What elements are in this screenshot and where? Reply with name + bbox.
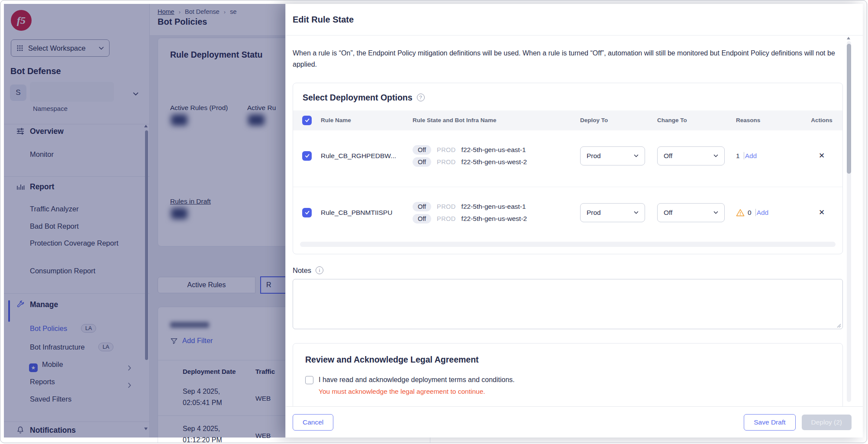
rule-state-pill: Off bbox=[413, 202, 431, 211]
acknowledge-label: I have read and acknowledge deployment t… bbox=[319, 376, 515, 384]
help-icon[interactable]: ? bbox=[417, 94, 425, 101]
chevron-down-icon bbox=[713, 154, 718, 157]
row-checkbox[interactable] bbox=[302, 151, 312, 161]
deploy-button[interactable]: Deploy (2) bbox=[802, 415, 852, 430]
rule-state-pill: Off bbox=[413, 214, 431, 224]
chevron-down-icon bbox=[634, 211, 639, 214]
info-icon[interactable]: i bbox=[316, 266, 323, 274]
env-label: PROD bbox=[437, 203, 456, 210]
column-header-change-to: Change To bbox=[657, 117, 736, 123]
env-label: PROD bbox=[437, 215, 456, 222]
acknowledge-checkbox[interactable] bbox=[305, 376, 313, 384]
infra-line: Off PROD f22-5th-gen-us-west-2 bbox=[413, 157, 580, 167]
rule-row: Rule_CB_PBNMTIISPU Off PROD f22-5th-gen-… bbox=[293, 187, 842, 238]
add-reason-link[interactable]: Add bbox=[745, 152, 757, 160]
rule-row: Rule_CB_RGHPEDBW... Off PROD f22-5th-gen… bbox=[293, 130, 842, 187]
infra-line: Off PROD f22-5th-gen-us-east-1 bbox=[413, 202, 580, 211]
env-label: PROD bbox=[437, 146, 456, 153]
drawer-scrollbar[interactable] bbox=[847, 41, 851, 402]
cancel-button[interactable]: Cancel bbox=[293, 414, 333, 431]
add-reason-link[interactable]: Add bbox=[757, 209, 769, 217]
column-header-rule-state: Rule State and Bot Infra Name bbox=[413, 117, 580, 123]
drawer-description: When a rule is “On”, the Endpoint Policy… bbox=[293, 48, 843, 71]
change-to-select[interactable]: Off bbox=[657, 203, 725, 222]
row-checkbox[interactable] bbox=[302, 208, 312, 217]
rule-name: Rule_CB_RGHPEDBW... bbox=[321, 152, 413, 160]
modal-dim-overlay bbox=[4, 4, 285, 438]
drawer-header: Edit Rule State bbox=[286, 4, 863, 36]
drawer-body: When a rule is “On”, the Endpoint Policy… bbox=[286, 36, 863, 406]
rule-state-pill: Off bbox=[413, 145, 431, 155]
deployment-options-title: Select Deployment Options bbox=[303, 93, 413, 103]
rule-state-pill: Off bbox=[413, 157, 431, 167]
save-draft-button[interactable]: Save Draft bbox=[744, 414, 795, 431]
infra-name: f22-5th-gen-us-east-1 bbox=[461, 146, 526, 154]
column-header-reasons: Reasons bbox=[736, 117, 801, 123]
infra-line: Off PROD f22-5th-gen-us-west-2 bbox=[413, 214, 580, 224]
change-to-select[interactable]: Off bbox=[657, 146, 725, 165]
column-header-actions: Actions bbox=[801, 117, 842, 123]
scrollbar-up-arrow[interactable] bbox=[847, 37, 850, 39]
drawer-title: Edit Rule State bbox=[293, 15, 354, 25]
infra-name: f22-5th-gen-us-west-2 bbox=[461, 158, 527, 166]
infra-line: Off PROD f22-5th-gen-us-east-1 bbox=[413, 145, 580, 155]
legal-title: Review and Acknowledge Legal Agreement bbox=[305, 355, 830, 365]
drawer-footer: Cancel Save Draft Deploy (2) bbox=[286, 406, 863, 438]
infra-name: f22-5th-gen-us-east-1 bbox=[461, 203, 526, 211]
resize-handle-icon[interactable] bbox=[837, 324, 841, 328]
horizontal-scrollbar[interactable] bbox=[300, 242, 836, 247]
env-label: PROD bbox=[437, 159, 456, 165]
chevron-down-icon bbox=[634, 154, 639, 157]
app-window: f5 Select Workspace Bot Defense S Namesp… bbox=[0, 0, 867, 443]
notes-label: Notes bbox=[293, 266, 311, 275]
edit-rule-state-drawer: Edit Rule State When a rule is “On”, the… bbox=[285, 4, 863, 438]
options-table-header: Rule Name Rule State and Bot Infra Name … bbox=[293, 110, 842, 130]
remove-row-button[interactable]: ✕ bbox=[819, 208, 825, 217]
deploy-to-select[interactable]: Prod bbox=[580, 146, 645, 165]
legal-error-message: You must acknowledge the legal agreement… bbox=[319, 388, 830, 395]
warning-icon bbox=[736, 209, 745, 217]
select-all-checkbox[interactable] bbox=[302, 116, 312, 125]
legal-agreement-card: Review and Acknowledge Legal Agreement I… bbox=[293, 343, 843, 406]
deploy-to-select[interactable]: Prod bbox=[580, 203, 645, 222]
infra-name: f22-5th-gen-us-west-2 bbox=[461, 215, 527, 223]
drawer-scrollbar-thumb[interactable] bbox=[847, 44, 851, 174]
reasons-count: 1 bbox=[736, 152, 740, 160]
chevron-down-icon bbox=[713, 211, 718, 214]
rule-name: Rule_CB_PBNMTIISPU bbox=[321, 209, 413, 217]
reasons-count: 0 bbox=[748, 209, 752, 217]
column-header-deploy-to: Deploy To bbox=[580, 117, 657, 123]
remove-row-button[interactable]: ✕ bbox=[819, 152, 825, 160]
column-header-rule-name: Rule Name bbox=[321, 117, 413, 123]
notes-textarea[interactable] bbox=[293, 279, 843, 329]
deployment-options-card: Select Deployment Options ? Rule Name Ru… bbox=[293, 83, 843, 254]
